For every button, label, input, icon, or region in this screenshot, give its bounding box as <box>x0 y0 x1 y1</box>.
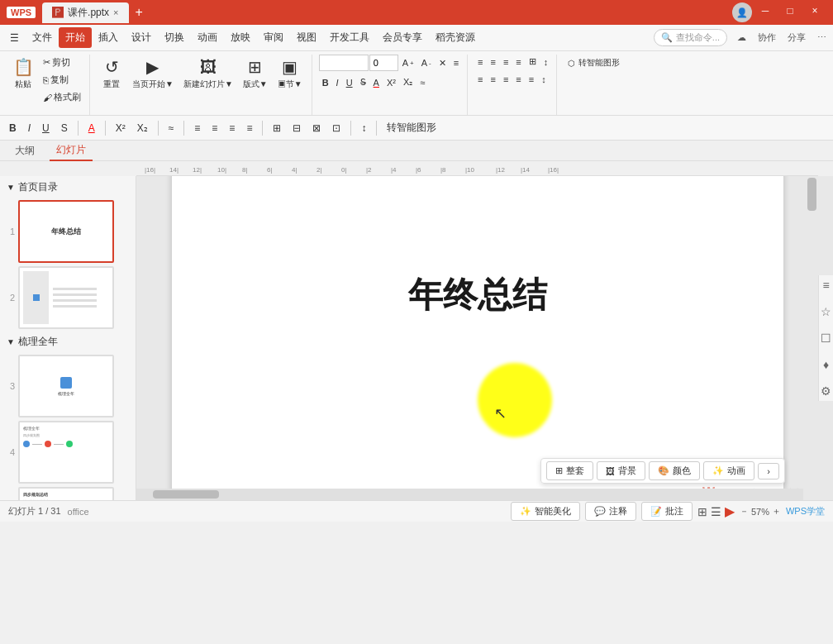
fmt-strikethrough[interactable]: S <box>57 121 72 136</box>
maximize-btn[interactable]: □ <box>778 2 802 19</box>
text-direction-btn[interactable]: ↕ <box>540 55 552 69</box>
fmt-convert[interactable]: 转智能图形 <box>383 119 440 136</box>
zoom-in-icon[interactable]: ＋ <box>772 505 781 518</box>
menu-item-放映[interactable]: 放映 <box>224 27 257 48</box>
fmt-color[interactable]: A <box>84 121 99 136</box>
bold-btn[interactable]: B <box>319 76 332 89</box>
fmt-spacing[interactable]: ↕ <box>357 121 370 136</box>
close-btn[interactable]: × <box>803 2 826 19</box>
fmt-grid1[interactable]: ⊞ <box>269 121 285 136</box>
para-align4-btn[interactable]: ≡ <box>512 73 524 86</box>
para-align2-btn[interactable]: ≡ <box>488 73 499 86</box>
align-center-btn[interactable]: ≡ <box>488 55 499 69</box>
clear-format-btn[interactable]: ✕ <box>436 56 450 70</box>
menu-item-审阅[interactable]: 审阅 <box>257 27 290 48</box>
slide-thumb-5[interactable]: 四步规划总结 以下数据仅供参考 <box>18 487 114 500</box>
undo-button[interactable]: ↺ 重置 <box>97 55 126 93</box>
para-align5-btn[interactable]: ≡ <box>526 73 537 86</box>
fmt-underline[interactable]: U <box>38 121 54 136</box>
paste-button[interactable]: 📋 粘贴 <box>8 55 38 93</box>
align-btn[interactable]: ≡ <box>450 56 462 69</box>
color-btn[interactable]: 🎨 颜色 <box>649 461 700 480</box>
para-align1-btn[interactable]: ≡ <box>474 73 486 86</box>
more-btn[interactable]: › <box>758 463 779 479</box>
share-btn[interactable]: 分享 <box>784 30 809 45</box>
right-panel-icon-4[interactable]: ♦ <box>823 358 829 371</box>
menu-item-file[interactable]: ☰ <box>3 29 26 47</box>
menu-item-切换[interactable]: 切换 <box>158 27 191 48</box>
scroll-h-thumb[interactable] <box>153 490 219 499</box>
menu-item-视图[interactable]: 视图 <box>290 27 323 48</box>
strikethrough-btn[interactable]: S̶ <box>357 75 369 89</box>
tab-outline[interactable]: 大纲 <box>8 141 41 160</box>
slide-thumb-4[interactable]: 梳理全年 四步规划图 <box>18 421 114 484</box>
right-panel-icon-2[interactable]: ☆ <box>821 305 831 318</box>
tab-slide[interactable]: 幻灯片 <box>50 141 93 161</box>
format-painter-button[interactable]: 🖌 格式刷 <box>40 89 84 105</box>
fmt-italic[interactable]: I <box>24 121 35 136</box>
menu-item-开发工具[interactable]: 开发工具 <box>323 27 376 48</box>
italic-btn[interactable]: I <box>333 76 342 89</box>
menu-item-文件[interactable]: 文件 <box>26 27 59 48</box>
slide-thumb-1[interactable]: 年终总结 <box>18 200 114 263</box>
fmt-bold[interactable]: B <box>5 121 21 136</box>
slide-canvas[interactable]: 年终总结 ↖ <box>172 176 783 500</box>
add-tab-button[interactable]: + <box>129 5 150 20</box>
right-panel-icon-3[interactable]: ☐ <box>821 332 831 345</box>
align-justify-btn[interactable]: ≡ <box>512 55 524 69</box>
superscript-btn[interactable]: X² <box>383 76 399 89</box>
view-play-icon[interactable]: ▶ <box>725 503 735 519</box>
beautify-btn[interactable]: ✨ 智能美化 <box>511 502 580 521</box>
more-format-btn[interactable]: ≈ <box>416 76 428 89</box>
format-full-btn[interactable]: ⊞ 整套 <box>546 461 593 480</box>
slide-thumb-2[interactable] <box>18 266 114 329</box>
para-align3-btn[interactable]: ≡ <box>500 73 512 86</box>
fmt-align1[interactable]: ≡ <box>190 121 204 136</box>
column-layout-btn[interactable]: ⊞ <box>526 55 540 69</box>
section-header-2[interactable]: ▼ 梳理全年 <box>0 331 136 353</box>
para-spacing-btn[interactable]: ↕ <box>538 73 550 86</box>
view-normal-icon[interactable]: ⊞ <box>697 505 707 518</box>
minimize-btn[interactable]: ─ <box>754 2 777 19</box>
underline-btn[interactable]: U <box>343 76 356 89</box>
shrink-font-btn[interactable]: A- <box>418 56 435 69</box>
menu-item-插入[interactable]: 插入 <box>92 27 125 48</box>
menu-item-设计[interactable]: 设计 <box>125 27 158 48</box>
animation-btn[interactable]: ✨ 动画 <box>703 461 754 480</box>
fmt-align4[interactable]: ≡ <box>242 121 256 136</box>
view-list-icon[interactable]: ☰ <box>711 505 721 518</box>
font-size-selector[interactable]: 0 <box>369 55 398 71</box>
cut-button[interactable]: ✂ 剪切 <box>40 55 84 70</box>
menu-item-稻壳资源[interactable]: 稻壳资源 <box>429 27 482 48</box>
new-slide-button[interactable]: 🖼 新建幻灯片▼ <box>179 55 237 93</box>
grow-font-btn[interactable]: A+ <box>399 56 417 69</box>
copy-button[interactable]: ⎘ 复制 <box>40 72 84 88</box>
fmt-subscript[interactable]: X₂ <box>133 121 152 136</box>
convert-smart-btn[interactable]: ⬡ 转智能图形 <box>564 55 624 71</box>
fmt-grid3[interactable]: ⊠ <box>308 121 325 136</box>
fmt-align3[interactable]: ≡ <box>225 121 239 136</box>
file-tab[interactable]: 🅿 课件.pptx × <box>42 2 128 23</box>
comment-btn[interactable]: 📝 批注 <box>641 502 693 521</box>
close-tab-icon[interactable]: × <box>113 7 118 17</box>
scroll-vertical[interactable] <box>806 176 818 489</box>
fmt-superscript[interactable]: X² <box>112 121 130 136</box>
annotation-btn[interactable]: 💬 注释 <box>585 502 636 521</box>
right-panel-icon-1[interactable]: ≡ <box>822 279 829 292</box>
background-btn[interactable]: 🖼 背景 <box>597 461 645 480</box>
section-header-1[interactable]: ▼ 首页目录 <box>0 176 136 198</box>
align-right-btn[interactable]: ≡ <box>500 55 512 69</box>
section-button[interactable]: ▣ ▣节▼ <box>274 55 307 93</box>
subscript-btn[interactable]: X₂ <box>400 75 416 89</box>
font-color-btn[interactable]: A <box>370 76 383 89</box>
wps-hall-btn[interactable]: WPS学堂 <box>786 505 825 518</box>
more-icon[interactable]: ⋯ <box>814 31 830 45</box>
font-selector[interactable] <box>319 55 369 71</box>
layout-button[interactable]: ⊞ 版式▼ <box>239 55 272 93</box>
right-panel-icon-5[interactable]: ⚙ <box>821 384 831 398</box>
scroll-horizontal[interactable] <box>136 489 803 500</box>
slide-thumb-3[interactable]: 梳理全年 <box>18 355 114 417</box>
fmt-more[interactable]: ≈ <box>164 121 178 136</box>
fmt-align2[interactable]: ≡ <box>207 121 221 136</box>
fmt-grid2[interactable]: ⊟ <box>288 121 305 136</box>
